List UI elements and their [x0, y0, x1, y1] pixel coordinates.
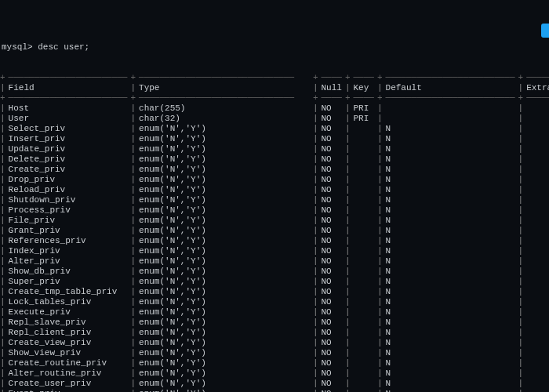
cell-default: N: [383, 195, 518, 205]
cell-null: NO: [318, 389, 345, 392]
cell-key: [351, 307, 377, 318]
table-header-row: |Field |Type |Null |Key |Default |Extra|: [0, 83, 549, 93]
cell-null: NO: [318, 358, 345, 368]
cell-key: [351, 297, 377, 307]
table-row: |User|char(32)|NO|PRI|||: [0, 114, 549, 124]
cell-null: NO: [318, 205, 345, 216]
cell-default: N: [383, 216, 518, 226]
col-header-key: Key: [351, 83, 377, 93]
table-row: |Alter_routine_priv|enum('N','Y')|NO||N|…: [0, 368, 549, 379]
cell-extra: [523, 124, 549, 134]
table-row: |Create_view_priv|enum('N','Y')|NO||N||: [0, 338, 549, 348]
cell-default: N: [383, 297, 518, 307]
cell-type: char(255): [136, 103, 313, 114]
cell-type: enum('N','Y'): [136, 277, 313, 287]
cell-null: NO: [318, 307, 345, 318]
cell-key: [351, 195, 377, 205]
cell-type: enum('N','Y'): [136, 236, 313, 246]
cell-field: Create_view_priv: [5, 338, 131, 348]
cell-extra: [523, 389, 549, 392]
cell-default: N: [383, 368, 518, 379]
cell-default: N: [383, 144, 518, 154]
cell-null: NO: [318, 256, 345, 267]
cell-type: enum('N','Y'): [136, 256, 313, 267]
table-row: |Repl_slave_priv|enum('N','Y')|NO||N||: [0, 318, 549, 328]
cell-extra: [523, 287, 549, 297]
cell-field: Create_tmp_table_priv: [5, 287, 131, 297]
mysql-prompt[interactable]: mysql> desc user;: [0, 42, 549, 53]
table-row: |Reload_priv|enum('N','Y')|NO||N||: [0, 185, 549, 195]
cell-field: Create_priv: [5, 165, 131, 175]
cell-null: NO: [318, 124, 345, 134]
cell-key: [351, 328, 377, 338]
cell-null: NO: [318, 165, 345, 175]
cell-key: PRI: [351, 114, 377, 124]
cell-null: NO: [318, 328, 345, 338]
table-row: |Grant_priv|enum('N','Y')|NO||N||: [0, 226, 549, 236]
cell-null: NO: [318, 114, 345, 124]
cell-extra: [523, 195, 549, 205]
cell-field: Create_user_priv: [5, 379, 131, 389]
cell-field: Super_priv: [5, 277, 131, 287]
cell-extra: [523, 277, 549, 287]
cell-field: Grant_priv: [5, 226, 131, 236]
cell-extra: [523, 379, 549, 389]
table-row: |References_priv|enum('N','Y')|NO||N||: [0, 236, 549, 246]
cell-key: [351, 267, 377, 277]
cell-default: N: [383, 226, 518, 236]
cell-field: Repl_slave_priv: [5, 318, 131, 328]
cell-type: enum('N','Y'): [136, 165, 313, 175]
cell-default: N: [383, 185, 518, 195]
table-row: |Process_priv|enum('N','Y')|NO||N||: [0, 205, 549, 216]
table-border-mid: +─────────────────────── +──────────────…: [0, 93, 549, 103]
cell-field: Execute_priv: [5, 307, 131, 318]
table-row: |Create_routine_priv|enum('N','Y')|NO||N…: [0, 358, 549, 368]
table-row: |Insert_priv|enum('N','Y')|NO||N||: [0, 134, 549, 144]
cell-type: enum('N','Y'): [136, 297, 313, 307]
table-row: |Host|char(255)|NO|PRI|||: [0, 103, 549, 114]
cell-key: [351, 277, 377, 287]
cell-type: enum('N','Y'): [136, 226, 313, 236]
table-row: |Update_priv|enum('N','Y')|NO||N||: [0, 144, 549, 154]
cell-extra: [523, 267, 549, 277]
cell-extra: [523, 154, 549, 165]
table-row: |Alter_priv|enum('N','Y')|NO||N||: [0, 256, 549, 267]
cell-default: [383, 103, 518, 114]
cell-key: [351, 358, 377, 368]
table-row: |Shutdown_priv|enum('N','Y')|NO||N||: [0, 195, 549, 205]
cell-null: NO: [318, 185, 345, 195]
cell-null: NO: [318, 154, 345, 165]
cell-null: NO: [318, 134, 345, 144]
cell-default: N: [383, 175, 518, 185]
cell-default: N: [383, 256, 518, 267]
cell-default: N: [383, 328, 518, 338]
cell-default: N: [383, 277, 518, 287]
cell-null: NO: [318, 267, 345, 277]
cell-null: NO: [318, 144, 345, 154]
cell-field: Reload_priv: [5, 185, 131, 195]
cell-default: N: [383, 124, 518, 134]
cell-extra: [523, 103, 549, 114]
cell-extra: [523, 328, 549, 338]
cell-type: char(32): [136, 114, 313, 124]
cell-default: N: [383, 154, 518, 165]
cell-field: Alter_routine_priv: [5, 368, 131, 379]
cell-null: NO: [318, 195, 345, 205]
cell-default: N: [383, 358, 518, 368]
side-tab-icon[interactable]: [541, 24, 549, 38]
cell-field: Alter_priv: [5, 256, 131, 267]
cell-type: enum('N','Y'): [136, 328, 313, 338]
table-row: |Execute_priv|enum('N','Y')|NO||N||: [0, 307, 549, 318]
cell-extra: [523, 297, 549, 307]
col-header-type: Type: [136, 83, 313, 93]
cell-extra: [523, 205, 549, 216]
cell-null: NO: [318, 103, 345, 114]
cell-default: N: [383, 134, 518, 144]
cell-key: [351, 216, 377, 226]
cell-null: NO: [318, 318, 345, 328]
cell-null: NO: [318, 277, 345, 287]
cell-type: enum('N','Y'): [136, 124, 313, 134]
cell-type: enum('N','Y'): [136, 134, 313, 144]
cell-key: [351, 379, 377, 389]
table-row: |Show_view_priv|enum('N','Y')|NO||N||: [0, 348, 549, 358]
